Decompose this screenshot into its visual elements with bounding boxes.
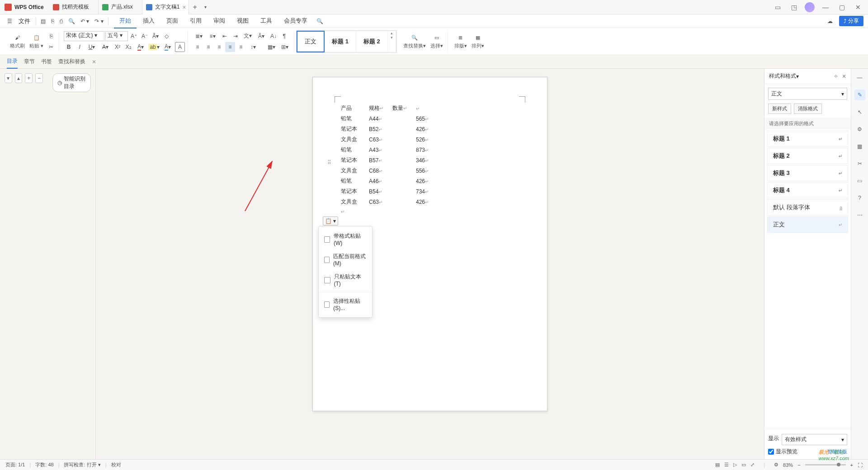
font-family-select[interactable]: 宋体 (正文) ▾ bbox=[64, 31, 104, 41]
style-item-h4[interactable]: 标题 4↵ bbox=[767, 182, 848, 198]
save-icon[interactable]: ▤ bbox=[38, 16, 48, 26]
export-icon[interactable]: ⎘ bbox=[48, 16, 57, 26]
hamburger-icon[interactable]: ☰ bbox=[5, 16, 15, 26]
select-button[interactable]: ▭选择▾ bbox=[429, 33, 445, 50]
text-direction-button[interactable]: 文▾ bbox=[241, 31, 254, 41]
document-area[interactable]: ⠿ 产品规格↵数量↵↵ 铅笔A44↵565↵ 笔记本B52↵426↵ 文具盒C6… bbox=[96, 69, 764, 459]
superscript-button[interactable]: X² bbox=[113, 42, 123, 52]
tab-menu-button[interactable]: ▾ bbox=[201, 5, 210, 9]
rail-tools-icon[interactable]: ✂ bbox=[854, 158, 865, 169]
fit-page-icon[interactable]: ⛶ bbox=[858, 462, 863, 468]
find-replace-button[interactable]: 🔍查找替换▾ bbox=[401, 33, 428, 50]
format-painter-button[interactable]: 🖌格式刷 bbox=[8, 33, 27, 50]
view-mode-icon[interactable]: ▤ bbox=[715, 462, 720, 468]
phonetic-button[interactable]: Ā▾ bbox=[255, 31, 268, 41]
style-item-h2[interactable]: 标题 2↵ bbox=[767, 148, 848, 164]
search-icon[interactable]: 🔍 bbox=[314, 14, 326, 28]
cube-icon[interactable]: ◳ bbox=[788, 2, 799, 13]
show-marks-button[interactable]: ¶ bbox=[279, 31, 289, 41]
bold-button[interactable]: B bbox=[64, 42, 74, 52]
subnav-chapter[interactable]: 章节 bbox=[24, 55, 35, 68]
subnav-toc[interactable]: 目录 bbox=[7, 55, 18, 69]
font-size-select[interactable]: 五号 ▾ bbox=[105, 31, 128, 41]
subnav-close-icon[interactable]: ✕ bbox=[92, 59, 96, 65]
maximize-button[interactable]: ▢ bbox=[836, 2, 847, 13]
menu-tab-tools[interactable]: 工具 bbox=[255, 14, 278, 28]
decrease-indent-button[interactable]: ⇤ bbox=[220, 31, 230, 41]
subscript-button[interactable]: X₂ bbox=[123, 42, 133, 52]
status-words[interactable]: 字数: 48 bbox=[35, 461, 53, 468]
view-fullscreen-icon[interactable]: ⤢ bbox=[750, 462, 755, 468]
outline-expand-button[interactable]: ▴ bbox=[15, 73, 23, 83]
tab-spreadsheet[interactable]: 产品.xlsx bbox=[99, 0, 142, 14]
align-center-button[interactable]: ≡ bbox=[203, 42, 213, 52]
align-right-button[interactable]: ≡ bbox=[214, 42, 224, 52]
view-web-icon[interactable]: ▭ bbox=[741, 462, 746, 468]
menu-tab-view[interactable]: 视图 bbox=[231, 14, 254, 28]
arrange-button[interactable]: ▦排列▾ bbox=[470, 33, 486, 50]
strikethrough-button[interactable]: A̶▾ bbox=[99, 42, 112, 52]
new-style-button[interactable]: 新样式 bbox=[768, 103, 791, 114]
file-menu[interactable]: 文件 bbox=[15, 15, 34, 27]
layout-button[interactable]: ≣排版▾ bbox=[453, 33, 469, 50]
zoom-slider[interactable] bbox=[805, 464, 846, 465]
outline-collapse-button[interactable]: ▾ bbox=[5, 73, 12, 83]
smart-layout-link[interactable]: 智能排版 bbox=[827, 448, 847, 455]
tablet-mode-icon[interactable]: ▭ bbox=[772, 2, 783, 13]
subnav-bookmark[interactable]: 书签 bbox=[41, 55, 52, 68]
rail-cursor-icon[interactable]: ↖ bbox=[854, 107, 865, 118]
undo-button[interactable]: ↶ ▾ bbox=[78, 16, 92, 26]
zoom-in-button[interactable]: + bbox=[850, 462, 853, 468]
tab-templates[interactable]: 找稻壳模板 bbox=[49, 0, 99, 14]
borders-button[interactable]: ⊞▾ bbox=[278, 42, 291, 52]
minimize-button[interactable]: — bbox=[820, 2, 831, 13]
align-distribute-button[interactable]: ≡ bbox=[236, 42, 246, 52]
tab-add-button[interactable]: + bbox=[189, 3, 200, 11]
outline-add-button[interactable]: + bbox=[25, 73, 33, 83]
style-h2[interactable]: 标题 2 bbox=[356, 31, 388, 52]
char-shading-button[interactable]: A▾ bbox=[161, 42, 174, 52]
style-body[interactable]: 正文 bbox=[297, 31, 325, 52]
clear-format-icon[interactable]: ◇ bbox=[161, 31, 171, 41]
paste-options-button[interactable]: 📋 ▾ bbox=[323, 216, 338, 226]
decrease-font-icon[interactable]: A⁻ bbox=[140, 31, 150, 41]
menu-tab-insert[interactable]: 插入 bbox=[137, 14, 160, 28]
sort-button[interactable]: A↓ bbox=[269, 31, 278, 41]
status-page[interactable]: 页面: 1/1 bbox=[5, 461, 25, 468]
settings-gear-icon[interactable]: ⚙ bbox=[774, 462, 778, 468]
highlight-button[interactable]: ab▾ bbox=[148, 42, 160, 52]
rail-book-icon[interactable]: ▭ bbox=[854, 175, 865, 186]
underline-button[interactable]: U▾ bbox=[85, 42, 98, 52]
italic-button[interactable]: I bbox=[75, 42, 85, 52]
align-justify-button[interactable]: ≡ bbox=[225, 42, 235, 52]
view-read-icon[interactable]: ▷ bbox=[733, 462, 737, 468]
view-outline-icon[interactable]: ☰ bbox=[724, 462, 729, 468]
rail-more-icon[interactable]: ⋯ bbox=[854, 210, 865, 221]
style-item-h3[interactable]: 标题 3↵ bbox=[767, 165, 848, 181]
outline-remove-button[interactable]: − bbox=[35, 73, 43, 83]
style-h1[interactable]: 标题 1 bbox=[325, 31, 356, 52]
subnav-find[interactable]: 查找和替换 bbox=[58, 55, 85, 68]
print-icon[interactable]: ⎙ bbox=[57, 16, 66, 26]
increase-indent-button[interactable]: ⇥ bbox=[231, 31, 241, 41]
close-window-button[interactable]: ✕ bbox=[853, 2, 863, 13]
smart-outline-button[interactable]: ◷ 智能识别目录 bbox=[52, 73, 91, 92]
print-preview-icon[interactable]: 🔍 bbox=[66, 16, 78, 26]
increase-font-icon[interactable]: A⁺ bbox=[129, 31, 139, 41]
status-spellcheck[interactable]: 拼写检查: 打开 ▾ bbox=[64, 461, 100, 468]
menu-tab-reference[interactable]: 引用 bbox=[184, 14, 207, 28]
menu-tab-review[interactable]: 审阅 bbox=[208, 14, 231, 28]
style-item-h1[interactable]: 标题 1↵ bbox=[767, 131, 848, 147]
pin-icon[interactable]: ✧ bbox=[834, 73, 838, 80]
align-left-button[interactable]: ≡ bbox=[193, 42, 203, 52]
redo-button[interactable]: ↷ ▾ bbox=[92, 16, 106, 26]
user-avatar[interactable] bbox=[805, 2, 815, 12]
menu-tab-member[interactable]: 会员专享 bbox=[278, 14, 313, 28]
paste-button[interactable]: 📋粘贴 ▾ bbox=[28, 33, 45, 50]
cut-icon[interactable]: ✂ bbox=[46, 42, 56, 52]
paste-match-format[interactable]: 匹配当前格式(M) bbox=[319, 249, 372, 270]
display-mode-select[interactable]: 有效样式▾ bbox=[782, 434, 847, 445]
tab-document[interactable]: 文字文稿1 × bbox=[142, 0, 189, 14]
rail-collapse-icon[interactable]: — bbox=[854, 72, 865, 83]
style-item-default-font[interactable]: 默认 段落字体a bbox=[767, 199, 848, 216]
